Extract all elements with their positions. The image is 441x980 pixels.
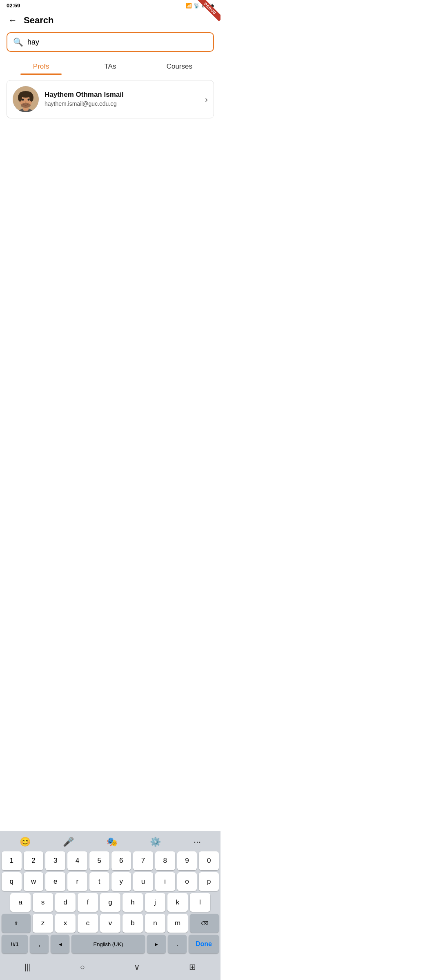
battery-icon: 100%	[201, 3, 214, 9]
status-bar: 02:59 📶 📡 100%	[0, 0, 220, 10]
svg-point-5	[18, 94, 22, 102]
search-input[interactable]	[27, 38, 207, 47]
wifi-icon: 📶	[186, 3, 192, 9]
signal-icon: 📡	[194, 3, 200, 9]
search-box: 🔍	[7, 32, 214, 52]
svg-point-10	[21, 103, 31, 108]
tab-courses[interactable]: Courses	[145, 58, 214, 75]
empty-area	[0, 118, 220, 200]
results-list: Haythem Othman Ismail haythem.ismail@guc…	[7, 80, 214, 118]
status-icons: 📶 📡 100%	[186, 3, 214, 9]
svg-point-6	[29, 94, 33, 102]
status-time: 02:59	[7, 2, 20, 9]
result-email: haythem.ismail@guc.edu.eg	[45, 100, 199, 108]
result-name: Haythem Othman Ismail	[45, 90, 199, 99]
svg-point-8	[28, 99, 30, 101]
table-row[interactable]: Haythem Othman Ismail haythem.ismail@guc…	[7, 80, 214, 118]
search-icon: 🔍	[13, 37, 23, 47]
svg-point-7	[22, 99, 24, 101]
tab-profs[interactable]: Profs	[7, 58, 76, 75]
avatar	[13, 86, 39, 112]
header: ← Search	[0, 10, 220, 32]
svg-point-9	[25, 102, 27, 103]
tabs: Profs TAs Courses	[7, 58, 214, 75]
chevron-right-icon: ›	[205, 95, 208, 104]
back-button[interactable]: ←	[7, 13, 19, 27]
tab-tas[interactable]: TAs	[76, 58, 145, 75]
result-info: Haythem Othman Ismail haythem.ismail@guc…	[45, 90, 199, 108]
page-title: Search	[24, 15, 53, 26]
search-container: 🔍	[7, 32, 214, 52]
